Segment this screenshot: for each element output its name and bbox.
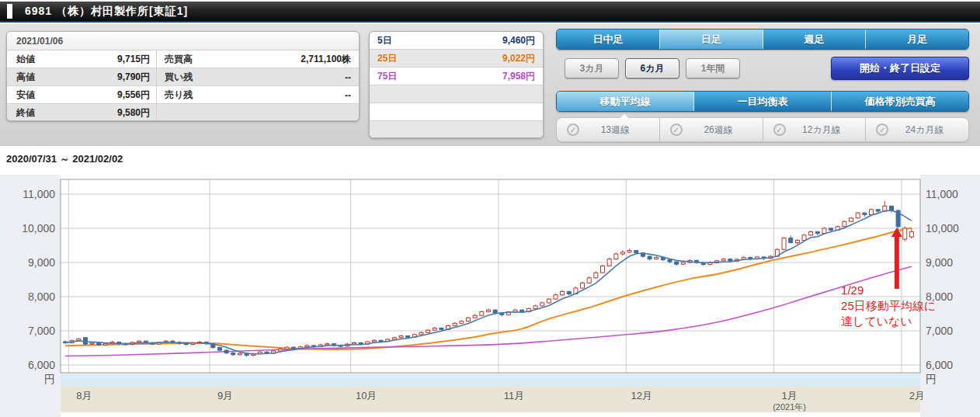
ma-empty-row — [370, 85, 543, 103]
volume-label: 売買高 — [156, 50, 234, 68]
svg-text:9,000: 9,000 — [926, 256, 953, 269]
indicator-tab-ichimoku[interactable]: 一目均衡表 — [694, 92, 832, 111]
title-bar: 6981 （株）村田製作所[東証1] — [0, 2, 980, 23]
date-range-label: 2020/07/31 ～ 2021/02/02 — [6, 152, 123, 166]
svg-text:6,000: 6,000 — [926, 359, 953, 371]
interval-tab-row: 日中足 日足 週足 月足 — [556, 29, 969, 50]
indicator-tab-moving-average[interactable]: 移動平均線 — [557, 92, 694, 111]
svg-text:10,000: 10,000 — [926, 222, 959, 235]
indicator-tab-row: 移動平均線 一目均衡表 価格帯別売買高 — [556, 91, 969, 112]
ma-toggle-26w[interactable]: ✓ 26週線 — [660, 118, 763, 141]
ma25-label: 25日 — [377, 52, 397, 65]
ma-empty-row — [370, 121, 543, 138]
ma25-value: 9,022円 — [502, 52, 535, 65]
close-value: 9,580円 — [69, 106, 156, 120]
ma75-value: 7,958円 — [502, 70, 535, 83]
interval-tab-weekly[interactable]: 週足 — [763, 30, 867, 49]
check-circle-icon: ✓ — [670, 123, 683, 136]
svg-text:9月: 9月 — [217, 390, 233, 401]
ma-toggle-bar: ✓ 13週線 ✓ 26週線 ✓ 12カ月線 ✓ 24カ月線 — [556, 117, 969, 142]
title-accent-bar — [7, 4, 12, 19]
svg-text:6,000: 6,000 — [28, 359, 55, 371]
svg-text:12月: 12月 — [631, 390, 652, 401]
svg-text:10月: 10月 — [356, 390, 377, 401]
check-circle-icon: ✓ — [773, 123, 786, 136]
svg-text:円: 円 — [926, 373, 937, 385]
svg-text:2月: 2月 — [909, 390, 925, 401]
stock-title: 6981 （株）村田製作所[東証1] — [25, 5, 188, 19]
buy-margin-value: -- — [234, 72, 359, 83]
ma-toggle-13w[interactable]: ✓ 13週線 — [557, 118, 660, 141]
quote-row-open: 始値 9,715円 売買高 2,711,100株 — [7, 50, 359, 68]
check-circle-icon: ✓ — [567, 123, 579, 136]
close-label: 終値 — [7, 106, 69, 120]
period-button-1y[interactable]: 1年間 — [686, 58, 740, 78]
svg-text:(2021年): (2021年) — [773, 402, 806, 412]
ma25-row: 25日 9,022円 — [370, 50, 543, 68]
svg-text:8月: 8月 — [76, 390, 92, 401]
sell-margin-value: -- — [234, 90, 359, 101]
ma-panel: 5日 9,460円 25日 9,022円 75日 7,958円 — [369, 31, 544, 138]
svg-text:7,000: 7,000 — [28, 325, 55, 337]
interval-tab-monthly[interactable]: 月足 — [866, 30, 968, 49]
quote-row-high: 高値 9,790円 買い残 -- — [7, 68, 359, 86]
svg-text:10,000: 10,000 — [22, 222, 55, 235]
quote-row-close: 終値 9,580円 — [7, 104, 359, 121]
ma-empty-row — [370, 103, 543, 121]
svg-text:7,000: 7,000 — [926, 325, 953, 337]
quote-date: 2021/01/06 — [7, 32, 359, 50]
page: 6981 （株）村田製作所[東証1] 2021/01/06 始値 9,715円 … — [0, 0, 980, 417]
period-button-3m[interactable]: 3カ月 — [565, 58, 619, 78]
ma5-row: 5日 9,460円 — [370, 32, 543, 50]
high-value: 9,790円 — [69, 71, 156, 84]
svg-text:11月: 11月 — [504, 390, 525, 401]
ma-toggle-24m[interactable]: ✓ 24カ月線 — [866, 118, 968, 141]
svg-text:達していない: 達していない — [841, 314, 912, 328]
interval-tab-daily[interactable]: 日足 — [660, 30, 763, 49]
svg-text:11,000: 11,000 — [23, 188, 55, 200]
chart-controls: 日中足 日足 週足 月足 3カ月 6カ月 1年間 開始・終了日設定 移動平均線 … — [556, 24, 969, 146]
svg-text:円: 円 — [44, 373, 55, 385]
svg-text:25日移動平均線に: 25日移動平均線に — [841, 299, 936, 312]
open-label: 始値 — [7, 53, 69, 66]
ma5-value: 9,460円 — [502, 34, 535, 47]
candlestick-chart-svg: 11,00011,00010,00010,0009,0009,0008,0008… — [0, 175, 980, 417]
interval-tab-intraday[interactable]: 日中足 — [557, 30, 660, 49]
period-row: 3カ月 6カ月 1年間 開始・終了日設定 — [556, 57, 969, 81]
stock-price-chart: 11,00011,00010,00010,0009,0009,0008,0008… — [0, 175, 980, 417]
svg-text:1/29: 1/29 — [841, 283, 864, 297]
indicator-tab-volume-by-price[interactable]: 価格帯別売買高 — [832, 92, 968, 111]
high-label: 高値 — [7, 71, 69, 84]
open-value: 9,715円 — [69, 53, 156, 66]
low-value: 9,556円 — [69, 89, 156, 102]
start-end-date-setting-button[interactable]: 開始・終了日設定 — [831, 57, 969, 80]
period-button-6m[interactable]: 6カ月 — [625, 58, 679, 78]
quote-row-low: 安値 9,556円 売り残 -- — [7, 86, 359, 104]
check-circle-icon: ✓ — [876, 123, 888, 136]
ma75-row: 75日 7,958円 — [370, 68, 543, 85]
ma5-label: 5日 — [377, 34, 392, 47]
svg-text:9,000: 9,000 — [28, 256, 55, 269]
volume-value: 2,711,100株 — [234, 53, 359, 66]
svg-text:11,000: 11,000 — [926, 188, 958, 200]
svg-text:8,000: 8,000 — [28, 290, 55, 303]
buy-margin-label: 買い残 — [156, 68, 234, 86]
low-label: 安値 — [7, 89, 69, 102]
quote-panel: 2021/01/06 始値 9,715円 売買高 2,711,100株 高値 9… — [6, 31, 360, 121]
info-band: 2021/01/06 始値 9,715円 売買高 2,711,100株 高値 9… — [0, 24, 980, 146]
ma-toggle-12m[interactable]: ✓ 12カ月線 — [763, 118, 867, 141]
ma75-label: 75日 — [377, 70, 397, 83]
svg-text:1月: 1月 — [781, 390, 797, 401]
sell-margin-label: 売り残 — [156, 86, 234, 104]
